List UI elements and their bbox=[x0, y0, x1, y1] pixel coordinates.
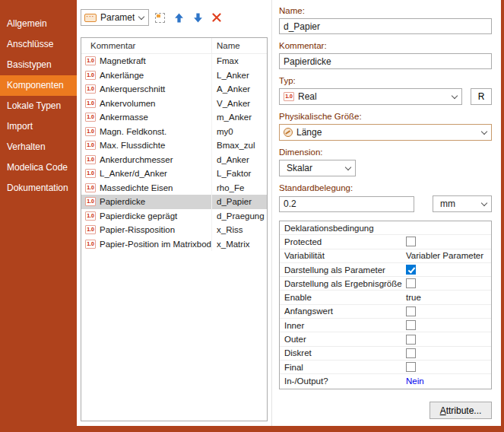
list-item-comment: Papier-Position im Matrixboden bbox=[100, 240, 211, 249]
unit-value: mm bbox=[440, 199, 477, 209]
parameter-category-icon bbox=[84, 14, 97, 22]
declaration-row-variabilit-t: VariabilitätVariabler Parameter bbox=[280, 249, 491, 263]
type-browse-button[interactable]: R bbox=[471, 88, 492, 105]
unit-select[interactable]: mm bbox=[433, 195, 492, 212]
protected-checkbox[interactable] bbox=[406, 237, 416, 246]
list-header: Kommentar Name bbox=[81, 38, 267, 54]
list-item-comment: Magnetkraft bbox=[100, 56, 211, 65]
quantity-select[interactable]: Länge bbox=[279, 124, 492, 141]
default-value-input[interactable] bbox=[279, 196, 414, 212]
list-item[interactable]: 1.0L_Anker/d_AnkerL_Faktor bbox=[81, 167, 267, 181]
declaration-row-inner: Inner bbox=[280, 319, 491, 332]
sidebar-item-verhalten[interactable]: Verhalten bbox=[0, 137, 77, 157]
sidebar-item-anschl-sse[interactable]: Anschlüsse bbox=[0, 34, 77, 55]
sidebar-item-komponenten[interactable]: Komponenten bbox=[0, 75, 77, 96]
attributes-button[interactable]: Attribute... bbox=[430, 402, 492, 419]
type-version-badge: 1.0 bbox=[85, 113, 96, 122]
physical-quantity-icon bbox=[284, 128, 293, 137]
list-item[interactable]: 1.0AnkervolumenV_Anker bbox=[81, 97, 267, 111]
sidebar-item-allgemein[interactable]: Allgemein bbox=[0, 14, 77, 34]
declaration-row-label: Inner bbox=[284, 321, 406, 330]
parameter-list-body: 1.0MagnetkraftFmax1.0AnkerlängeL_Anker1.… bbox=[81, 54, 267, 251]
list-item-comment: Massedichte Eisen bbox=[100, 183, 211, 192]
list-item[interactable]: 1.0Ankermassem_Anker bbox=[81, 110, 267, 125]
list-item-name: my0 bbox=[211, 125, 267, 139]
list-item-name: Bmax_zul bbox=[211, 138, 267, 153]
list-item-name: x_Riss bbox=[211, 223, 267, 237]
sidebar-item-basistypen[interactable]: Basistypen bbox=[0, 55, 77, 75]
list-item-comment: Ankermasse bbox=[100, 113, 211, 122]
move-down-button[interactable] bbox=[189, 9, 206, 26]
outer-checkbox[interactable] bbox=[406, 335, 416, 345]
list-item-comment: Max. Flussdichte bbox=[100, 141, 211, 150]
list-item[interactable]: 1.0Massedichte Eisenrho_Fe bbox=[81, 181, 267, 195]
column-header-name[interactable]: Name bbox=[211, 38, 267, 53]
sidebar-item-lokale-typen[interactable]: Lokale Typen bbox=[0, 96, 77, 116]
sidebar-item-modelica-code[interactable]: Modelica Code bbox=[0, 157, 77, 178]
list-item[interactable]: 1.0Papier-Risspositionx_Riss bbox=[81, 223, 267, 237]
list-item-comment: Ankerdurchmesser bbox=[100, 155, 211, 164]
type-version-badge: 1.0 bbox=[85, 141, 96, 150]
list-item-comment: Papier-Rissposition bbox=[100, 225, 211, 234]
name-input[interactable] bbox=[279, 18, 492, 34]
type-version-badge: 1.0 bbox=[85, 240, 96, 249]
list-item[interactable]: 1.0AnkerlängeL_Anker bbox=[81, 68, 267, 83]
list-item-name: rho_Fe bbox=[211, 181, 267, 195]
declaration-grid-header: Deklarationsbedingung bbox=[284, 224, 406, 233]
type-version-badge: 1.0 bbox=[85, 127, 96, 136]
parameter-category-value: Parameter bbox=[100, 12, 135, 23]
sidebar-item-dokumentation[interactable]: Dokumentation bbox=[0, 178, 77, 199]
darstellung-als-ergebnisgr-e-checkbox[interactable] bbox=[406, 278, 416, 288]
chevron-down-icon bbox=[345, 164, 351, 170]
type-version-badge: 1.0 bbox=[85, 84, 96, 94]
declaration-row-label: Darstellung als Parameter bbox=[284, 265, 406, 275]
comment-input[interactable] bbox=[279, 53, 492, 69]
column-header-kommentar[interactable]: Kommentar bbox=[81, 41, 211, 50]
list-item[interactable]: 1.0Magn. Feldkonst.my0 bbox=[81, 125, 267, 139]
declaration-grid-body: ProtectedVariabilitätVariabler Parameter… bbox=[280, 235, 491, 388]
delete-parameter-button[interactable] bbox=[208, 9, 225, 26]
type-select[interactable]: 1.0 Real bbox=[279, 88, 462, 105]
list-item[interactable]: 1.0Papierdicked_Papier bbox=[81, 195, 267, 209]
type-version-badge: 1.0 bbox=[85, 169, 96, 178]
new-parameter-button[interactable] bbox=[151, 9, 168, 26]
parameter-detail-panel: Name: Kommentar: Typ: 1.0 Real R Physika… bbox=[271, 0, 501, 426]
in-output-link[interactable]: Nein bbox=[406, 376, 424, 386]
declaration-row-value: true bbox=[406, 293, 491, 302]
list-item[interactable]: 1.0Max. FlussdichteBmax_zul bbox=[81, 138, 267, 153]
declaration-row-value: Nein bbox=[406, 376, 491, 386]
darstellung-als-parameter-checkbox[interactable] bbox=[406, 265, 416, 275]
declaration-row-label: Diskret bbox=[284, 348, 406, 357]
list-toolbar: Parameter bbox=[81, 9, 268, 26]
quantity-value: Länge bbox=[296, 127, 477, 138]
declaration-row-value bbox=[406, 335, 491, 345]
declaration-row-label: Anfangswert bbox=[284, 307, 406, 316]
default-value-label: Standardbelegung: bbox=[279, 183, 492, 192]
dimension-select[interactable]: Skalar bbox=[279, 160, 356, 176]
chevron-down-icon bbox=[481, 128, 487, 134]
declaration-grid: Deklarationsbedingung ProtectedVariabili… bbox=[279, 221, 492, 389]
new-item-icon bbox=[155, 13, 165, 23]
name-label: Name: bbox=[279, 6, 492, 15]
parameter-category-select[interactable]: Parameter bbox=[81, 9, 149, 26]
list-item[interactable]: 1.0Papierdicke geprägtd_Praegung bbox=[81, 209, 267, 224]
declaration-row-value bbox=[406, 265, 491, 275]
declaration-row-value bbox=[406, 278, 491, 288]
anfangswert-checkbox[interactable] bbox=[406, 307, 416, 316]
arrow-down-icon bbox=[193, 13, 203, 23]
declaration-row-final: Final bbox=[280, 361, 491, 374]
list-item-comment: Papierdicke bbox=[100, 197, 211, 206]
final-checkbox[interactable] bbox=[406, 362, 416, 372]
list-item[interactable]: 1.0MagnetkraftFmax bbox=[81, 54, 267, 68]
sidebar-item-import[interactable]: Import bbox=[0, 116, 77, 137]
list-item-comment: Papierdicke geprägt bbox=[100, 211, 211, 221]
list-item[interactable]: 1.0Papier-Position im Matrixbodenx_Matri… bbox=[81, 237, 267, 252]
inner-checkbox[interactable] bbox=[406, 320, 416, 330]
move-up-button[interactable] bbox=[170, 9, 187, 26]
diskret-checkbox[interactable] bbox=[406, 348, 416, 358]
declaration-row-label: Final bbox=[284, 363, 406, 372]
list-item[interactable]: 1.0Ankerdurchmesserd_Anker bbox=[81, 153, 267, 167]
list-item[interactable]: 1.0AnkerquerschnittA_Anker bbox=[81, 82, 267, 97]
comment-label: Kommentar: bbox=[279, 41, 492, 50]
chevron-down-icon bbox=[481, 199, 487, 205]
